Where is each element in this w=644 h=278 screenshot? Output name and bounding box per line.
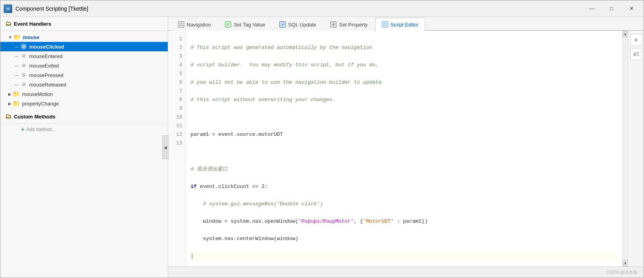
event-handlers-folder-icon: 🗂 <box>5 20 11 27</box>
tab-navigation[interactable]: □ Navigation <box>171 18 217 31</box>
code-colon-11: : param1}) <box>394 217 428 226</box>
mouseEntered-label: mouseEntered <box>29 53 63 59</box>
mouse-folder-icon: 📁 <box>13 34 21 41</box>
line-num-10: 10 <box>168 113 185 122</box>
code-comment-10: # system.gui.messageBox('Double click') <box>203 200 323 208</box>
sidebar-item-mouse[interactable]: ▼ 📁 mouse <box>0 32 168 42</box>
tree-container: ▼ 📁 mouse — ⚙ mouseClicked <box>0 31 168 278</box>
code-cursor-13: | <box>191 252 194 261</box>
set-property-tab-label: Set Property <box>339 22 367 28</box>
custom-methods-label: Custom Methods <box>14 114 55 120</box>
window-title: Component Scripting [Tkettle] <box>15 6 88 12</box>
event-handlers-label: Event Handlers <box>14 21 51 27</box>
mousePressed-expand-arrow: — <box>15 73 20 77</box>
main-window: ⚙ Component Scripting [Tkettle] — □ ✕ 🗂 … <box>0 0 644 278</box>
mouseEntered-expand-arrow: — <box>15 54 20 58</box>
mouseReleased-label: mouseReleased <box>29 82 66 88</box>
event-handlers-header: 🗂 Event Handlers <box>0 17 168 31</box>
propertyChange-label: propertyChange <box>22 101 59 107</box>
line-num-4: 4 <box>168 61 185 70</box>
title-bar-left: ⚙ Component Scripting [Tkettle] <box>4 4 88 13</box>
add-method-item[interactable]: + Add method… <box>0 124 168 135</box>
line-num-11: 11 <box>168 122 185 130</box>
svg-text:⚙: ⚙ <box>7 7 9 11</box>
mouse-collapse-arrow: ▼ <box>8 35 12 39</box>
scrollbar-up-button[interactable]: ▲ <box>623 31 628 37</box>
code-comment-3: # you will not be able to use the naviga… <box>191 78 382 87</box>
right-panel: □ Navigation ✓ Set Tag Value ≡ SQL Updat… <box>168 17 644 278</box>
custom-methods-folder-icon: 🗂 <box>5 113 11 120</box>
add-method-plus-icon: + <box>21 126 24 133</box>
script-editor-tab-icon: □ <box>382 21 388 28</box>
tab-sql-update[interactable]: ≡ SQL Update <box>273 18 323 31</box>
code-line-1: # This script was generated automaticall… <box>191 43 618 52</box>
right-tools-panel: ≡ 🏷 <box>628 31 644 267</box>
code-comma-11: , { <box>354 217 363 226</box>
code-line-2: # script builder. You may modify this sc… <box>191 61 618 70</box>
line-num-2: 2 <box>168 43 185 52</box>
minimize-button[interactable]: — <box>583 3 601 14</box>
code-line-7 <box>191 148 618 156</box>
svg-text:⚙: ⚙ <box>22 82 26 87</box>
sidebar-item-mouseReleased[interactable]: — ⚙ mouseReleased <box>0 80 168 89</box>
code-keyword-if: if <box>191 182 197 191</box>
maximize-button[interactable]: □ <box>603 3 621 14</box>
close-button[interactable]: ✕ <box>622 3 640 14</box>
mousePressed-label: mousePressed <box>29 72 64 78</box>
code-line-13: | <box>191 252 618 261</box>
main-content: 🗂 Event Handlers ▼ 📁 mouse — <box>0 17 644 278</box>
left-panel: 🗂 Event Handlers ▼ 📁 mouse — <box>0 17 168 278</box>
sidebar-item-propertyChange[interactable]: ▶ 📁 propertyChange <box>0 99 168 108</box>
navigation-tab-label: Navigation <box>187 22 211 28</box>
mouseMotion-label: mouseMotion <box>22 91 53 97</box>
sql-update-tab-icon: ≡ <box>279 21 286 28</box>
code-comment-4: # this script without overwriting your c… <box>191 96 335 104</box>
code-indent-11: window = system.nav.openWindow( <box>191 217 298 226</box>
app-icon: ⚙ <box>4 4 12 13</box>
svg-text:⚙: ⚙ <box>22 63 26 68</box>
title-bar: ⚙ Component Scripting [Tkettle] — □ ✕ <box>0 0 644 17</box>
sidebar-item-mouseMotion[interactable]: ▶ 📁 mouseMotion <box>0 89 168 99</box>
line-numbers: 1 2 3 4 5 6 7 8 9 10 11 12 13 <box>168 31 186 267</box>
code-line-10: # system.gui.messageBox('Double click') <box>191 200 618 208</box>
set-tag-value-tab-label: Set Tag Value <box>234 22 265 28</box>
window-controls: — □ ✕ <box>583 3 640 14</box>
sidebar-item-mousePressed[interactable]: — ⚙ mousePressed <box>0 70 168 80</box>
code-line-3: # you will not be able to use the naviga… <box>191 78 618 87</box>
svg-text:⚙: ⚙ <box>22 72 26 78</box>
tab-set-property[interactable]: ≡ Set Property <box>324 18 374 31</box>
sidebar-item-mouseClicked[interactable]: — ⚙ mouseClicked <box>0 42 168 51</box>
mouseClicked-expand-arrow: — <box>15 45 20 49</box>
tab-set-tag-value[interactable]: ✓ Set Tag Value <box>218 18 272 31</box>
mouse-label: mouse <box>23 34 39 40</box>
mouseClicked-label: mouseClicked <box>29 44 64 50</box>
mouseExited-expand-arrow: — <box>15 64 20 68</box>
code-editor: 1 2 3 4 5 6 7 8 9 10 11 12 13 # This scr… <box>168 31 644 267</box>
line-num-12: 12 <box>168 130 185 139</box>
code-comment-8: # 双击弹出窗口 <box>191 165 228 174</box>
tool-button-2[interactable]: 🏷 <box>630 48 642 60</box>
line-num-7: 7 <box>168 87 185 96</box>
code-line-6: param1 = event.source.motorUDT <box>191 130 618 139</box>
line-num-6: 6 <box>168 78 185 87</box>
code-area[interactable]: # This script was generated automaticall… <box>186 31 622 267</box>
mousePressed-gear-icon: ⚙ <box>20 71 27 79</box>
svg-text:⚙: ⚙ <box>22 44 26 49</box>
mouseReleased-gear-icon: ⚙ <box>20 81 27 88</box>
line-num-3: 3 <box>168 52 185 61</box>
navigation-tab-icon: □ <box>178 21 184 28</box>
mouseMotion-folder-icon: 📁 <box>13 90 20 98</box>
left-panel-wrapper: 🗂 Event Handlers ▼ 📁 mouse — <box>0 17 168 278</box>
sidebar-item-mouseEntered[interactable]: — ⚙ mouseEntered <box>0 51 168 61</box>
tab-script-editor[interactable]: □ Script Editor <box>375 18 425 31</box>
set-property-tab-icon: ≡ <box>330 21 337 28</box>
scrollbar-down-button[interactable]: ▼ <box>623 260 628 267</box>
sidebar-item-mouseExited[interactable]: — ⚙ mouseExited <box>0 61 168 70</box>
panel-collapse-button[interactable]: ◀ <box>162 135 168 159</box>
line-num-9: 9 <box>168 104 185 113</box>
mouseMotion-expand-arrow: ▶ <box>8 92 11 96</box>
tool-button-1[interactable]: ≡ <box>630 34 642 46</box>
code-line-5 <box>191 113 618 122</box>
code-line-9: if event.clickCount == 2: <box>191 182 618 191</box>
scrollbar-track[interactable] <box>623 37 628 260</box>
